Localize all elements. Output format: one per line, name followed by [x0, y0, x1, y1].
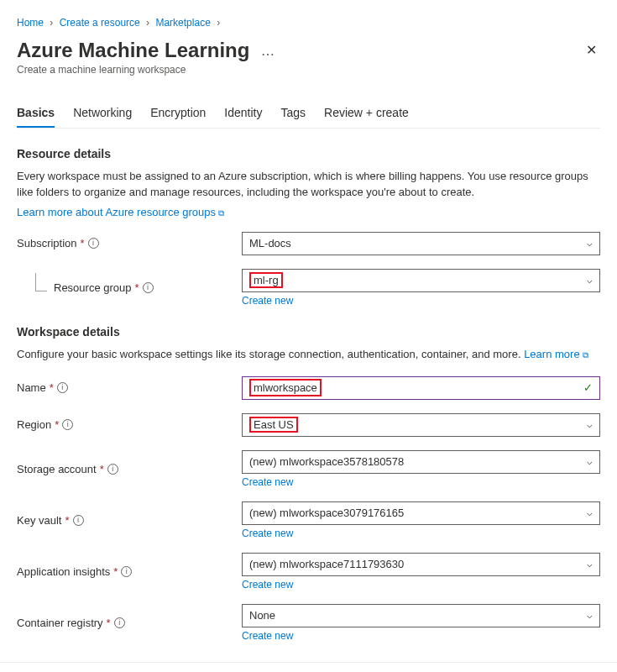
required-icon: *	[65, 514, 69, 527]
app-insights-label: Application insights	[17, 565, 110, 578]
subscription-select[interactable]: ML-docs ⌵	[242, 232, 600, 255]
tab-identity[interactable]: Identity	[224, 99, 262, 128]
page-subtitle: Create a machine learning workspace	[17, 64, 275, 76]
breadcrumb: Home › Create a resource › Marketplace ›	[17, 17, 600, 29]
info-icon[interactable]: i	[107, 464, 118, 475]
tab-review-create[interactable]: Review + create	[324, 99, 409, 128]
chevron-down-icon: ⌵	[587, 507, 593, 518]
key-vault-select[interactable]: (new) mlworkspace3079176165 ⌵	[242, 501, 600, 525]
check-icon: ✓	[583, 381, 593, 394]
info-icon[interactable]: i	[57, 382, 68, 393]
tabs: Basics Networking Encryption Identity Ta…	[17, 99, 600, 129]
name-label: Name	[17, 381, 46, 394]
footer: Review + create < Previous Next : Networ…	[0, 662, 617, 672]
close-icon: ✕	[586, 43, 597, 57]
required-icon: *	[100, 463, 104, 475]
storage-account-create-new-link[interactable]: Create new	[242, 476, 293, 488]
tab-encryption[interactable]: Encryption	[150, 99, 206, 128]
learn-resource-groups-link[interactable]: Learn more about Azure resource groups⧉	[17, 206, 224, 218]
chevron-right-icon: ›	[217, 17, 220, 29]
workspace-details-desc: Configure your basic workspace settings …	[17, 347, 600, 363]
resource-group-label: Resource group	[54, 281, 132, 294]
chevron-down-icon: ⌵	[587, 238, 593, 249]
required-icon: *	[135, 281, 139, 294]
breadcrumb-home[interactable]: Home	[17, 17, 44, 29]
external-link-icon: ⧉	[218, 208, 224, 218]
key-vault-create-new-link[interactable]: Create new	[242, 528, 293, 539]
region-select[interactable]: East US ⌵	[242, 413, 600, 437]
chevron-right-icon: ›	[50, 17, 53, 29]
chevron-down-icon: ⌵	[587, 419, 593, 430]
resource-group-select[interactable]: ml-rg ⌵	[242, 269, 600, 292]
tab-basics[interactable]: Basics	[17, 99, 55, 128]
close-button[interactable]: ✕	[583, 39, 600, 61]
required-icon: *	[107, 617, 111, 629]
storage-account-label: Storage account	[17, 463, 97, 475]
info-icon[interactable]: i	[62, 419, 73, 430]
info-icon[interactable]: i	[73, 515, 84, 526]
storage-account-select[interactable]: (new) mlworkspace3578180578 ⌵	[242, 450, 600, 474]
required-icon: *	[50, 381, 54, 394]
required-icon: *	[113, 565, 118, 578]
required-icon: *	[81, 237, 85, 249]
resource-details-desc: Every workspace must be assigned to an A…	[17, 169, 600, 201]
region-label: Region	[17, 418, 51, 431]
tab-networking[interactable]: Networking	[73, 99, 132, 128]
workspace-details-heading: Workspace details	[17, 325, 600, 339]
app-insights-create-new-link[interactable]: Create new	[242, 579, 293, 591]
chevron-down-icon: ⌵	[587, 559, 593, 570]
tab-tags[interactable]: Tags	[280, 99, 306, 128]
container-registry-label: Container registry	[17, 617, 103, 629]
info-icon[interactable]: i	[121, 566, 132, 577]
external-link-icon: ⧉	[583, 350, 588, 360]
name-input[interactable]: mlworkspace ✓	[242, 376, 600, 400]
breadcrumb-create-resource[interactable]: Create a resource	[60, 17, 140, 29]
chevron-down-icon: ⌵	[587, 456, 593, 467]
required-icon: *	[55, 418, 59, 431]
subscription-label: Subscription	[17, 237, 77, 249]
info-icon[interactable]: i	[143, 282, 154, 293]
indent-bracket-icon	[35, 273, 47, 291]
container-registry-create-new-link[interactable]: Create new	[242, 630, 293, 642]
container-registry-select[interactable]: None ⌵	[242, 604, 600, 627]
info-icon[interactable]: i	[114, 617, 125, 628]
resource-details-heading: Resource details	[17, 147, 600, 160]
page-title: Azure Machine Learning	[17, 39, 249, 62]
chevron-down-icon: ⌵	[587, 275, 593, 286]
app-insights-select[interactable]: (new) mlworkspace7111793630 ⌵	[242, 553, 600, 576]
info-icon[interactable]: i	[88, 238, 99, 249]
breadcrumb-marketplace[interactable]: Marketplace	[155, 17, 210, 29]
chevron-right-icon: ›	[146, 17, 149, 29]
more-icon[interactable]: ⋯	[261, 47, 275, 61]
chevron-down-icon: ⌵	[587, 610, 593, 621]
learn-workspace-link[interactable]: Learn more⧉	[524, 348, 588, 360]
resource-group-create-new-link[interactable]: Create new	[242, 295, 293, 307]
key-vault-label: Key vault	[17, 514, 61, 527]
